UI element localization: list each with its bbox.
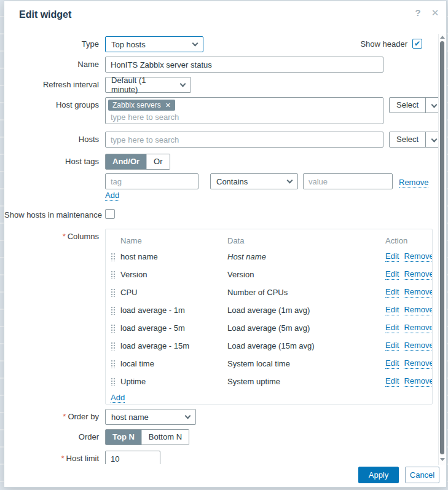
column-header-name: Name bbox=[120, 236, 227, 245]
required-asterisk: * bbox=[63, 412, 66, 421]
order-label: Order bbox=[4, 429, 99, 442]
remove-link[interactable]: Remove bbox=[404, 251, 433, 262]
dialog-title: Edit widget bbox=[19, 9, 71, 20]
host-tags-label: Host tags bbox=[4, 154, 99, 167]
order-by-select[interactable]: host name bbox=[105, 409, 196, 425]
dialog-footer: Apply Cancel bbox=[358, 467, 439, 483]
drag-handle-icon[interactable] bbox=[111, 306, 115, 315]
edit-link[interactable]: Edit bbox=[385, 376, 399, 387]
edit-link[interactable]: Edit bbox=[385, 251, 399, 262]
help-icon[interactable]: ? bbox=[412, 7, 424, 19]
name-row: Name bbox=[4, 57, 441, 73]
tag-add-link[interactable]: Add bbox=[105, 191, 119, 201]
name-label: Name bbox=[4, 57, 99, 69]
remove-link[interactable]: Remove bbox=[404, 269, 433, 280]
show-header-checkbox[interactable]: ✔ bbox=[412, 39, 422, 49]
remove-link[interactable]: Remove bbox=[404, 358, 433, 369]
scroll-up-icon[interactable] bbox=[440, 36, 445, 39]
columns-label: *Columns bbox=[4, 229, 99, 242]
order-by-label: *Order by bbox=[4, 409, 99, 422]
cancel-button[interactable]: Cancel bbox=[405, 467, 439, 483]
remove-link[interactable]: Remove bbox=[404, 323, 433, 333]
order-topn-option[interactable]: Top N bbox=[106, 430, 141, 445]
columns-add-link[interactable]: Add bbox=[111, 393, 125, 403]
tag-remove-link[interactable]: Remove bbox=[399, 178, 428, 188]
host-limit-input[interactable] bbox=[105, 451, 160, 464]
refresh-interval-select[interactable]: Default (1 minute) bbox=[105, 77, 191, 93]
scrollbar-thumb[interactable] bbox=[440, 41, 444, 454]
remove-link[interactable]: Remove bbox=[404, 376, 433, 387]
edit-link[interactable]: Edit bbox=[385, 323, 399, 333]
name-input[interactable] bbox=[105, 57, 383, 73]
scroll-down-icon[interactable] bbox=[440, 458, 445, 461]
drag-handle-icon[interactable] bbox=[111, 288, 115, 297]
host-groups-select-button[interactable]: Select bbox=[389, 97, 441, 113]
tag-value-input[interactable] bbox=[303, 173, 393, 189]
apply-button[interactable]: Apply bbox=[358, 467, 399, 483]
order-by-row: *Order by host name bbox=[4, 409, 441, 425]
column-data-cell: Host name bbox=[227, 252, 385, 261]
required-asterisk: * bbox=[61, 454, 64, 463]
column-table-row: host name Host name Edit Remove bbox=[106, 248, 432, 266]
host-tags-operator-group: And/Or Or bbox=[105, 154, 170, 170]
remove-link[interactable]: Remove bbox=[404, 305, 433, 315]
drag-handle-icon[interactable] bbox=[111, 252, 115, 261]
remove-link[interactable]: Remove bbox=[404, 287, 433, 298]
order-toggle-group: Top N Bottom N bbox=[105, 429, 189, 445]
host-tags-row: Host tags And/Or Or bbox=[4, 154, 441, 170]
host-tags-andor-option[interactable]: And/Or bbox=[106, 154, 146, 169]
type-select-value: Top hosts bbox=[111, 40, 146, 49]
chevron-down-icon bbox=[192, 40, 198, 46]
hosts-select-button[interactable]: Select bbox=[389, 132, 441, 148]
column-data-cell: Load average (5m avg) bbox=[227, 323, 385, 333]
column-table-row: Uptime System uptime Edit Remove bbox=[106, 373, 432, 390]
columns-rows: host name Host name Edit Remove Version … bbox=[106, 248, 432, 390]
drag-handle-icon[interactable] bbox=[111, 323, 115, 333]
edit-widget-dialog: Edit widget ? ✕ Type Top hosts Show head… bbox=[4, 1, 447, 488]
order-bottomn-option[interactable]: Bottom N bbox=[141, 430, 189, 445]
maintenance-checkbox[interactable] bbox=[105, 209, 115, 219]
select-button-label: Select bbox=[390, 98, 425, 113]
widget-form: Type Top hosts Show header ✔ Name Refres… bbox=[4, 34, 441, 464]
edit-link[interactable]: Edit bbox=[385, 358, 399, 369]
hosts-row: Hosts Select bbox=[4, 132, 441, 148]
column-data-cell: Load average (15m avg) bbox=[227, 341, 385, 350]
drag-handle-icon[interactable] bbox=[111, 341, 115, 350]
type-select[interactable]: Top hosts bbox=[105, 36, 203, 52]
host-group-chip: Zabbix servers ✕ bbox=[108, 100, 175, 111]
column-data-cell: System uptime bbox=[227, 377, 385, 386]
drag-handle-icon[interactable] bbox=[111, 270, 115, 279]
remove-chip-icon[interactable]: ✕ bbox=[165, 101, 171, 109]
remove-link[interactable]: Remove bbox=[404, 341, 433, 351]
columns-table: Name Data Action host name Host name Edi… bbox=[105, 229, 433, 405]
type-row: Type Top hosts Show header ✔ bbox=[4, 36, 441, 52]
host-groups-search-input[interactable] bbox=[111, 113, 295, 122]
hosts-label: Hosts bbox=[4, 132, 99, 144]
hosts-search-input[interactable] bbox=[105, 132, 383, 148]
host-tags-or-option[interactable]: Or bbox=[146, 154, 169, 169]
edit-link[interactable]: Edit bbox=[385, 269, 399, 280]
column-data-cell: Number of CPUs bbox=[227, 288, 385, 297]
vertical-scrollbar[interactable] bbox=[438, 34, 445, 465]
column-table-row: load average - 15m Load average (15m avg… bbox=[106, 337, 432, 355]
host-limit-label: *Host limit bbox=[4, 451, 99, 464]
host-groups-multiselect[interactable]: Zabbix servers ✕ bbox=[105, 97, 383, 124]
drag-handle-icon[interactable] bbox=[111, 359, 115, 368]
edit-link[interactable]: Edit bbox=[385, 341, 399, 351]
tag-name-input[interactable] bbox=[105, 173, 198, 189]
column-data-cell: Load average (1m avg) bbox=[227, 306, 385, 315]
edit-link[interactable]: Edit bbox=[385, 287, 399, 298]
refresh-interval-value: Default (1 minute) bbox=[111, 76, 175, 94]
close-icon[interactable]: ✕ bbox=[429, 7, 441, 19]
drag-handle-icon[interactable] bbox=[111, 377, 115, 386]
maintenance-row: Show hosts in maintenance bbox=[4, 209, 441, 220]
column-name-cell: Uptime bbox=[120, 377, 227, 386]
tag-add-row: Add bbox=[4, 191, 441, 202]
chevron-down-icon bbox=[180, 81, 186, 87]
tag-operator-value: Contains bbox=[216, 177, 248, 186]
chevron-down-icon bbox=[431, 101, 437, 108]
tag-operator-select[interactable]: Contains bbox=[210, 173, 298, 189]
tag-filter-row: Contains Remove bbox=[4, 173, 441, 189]
column-name-cell: Version bbox=[120, 270, 227, 279]
edit-link[interactable]: Edit bbox=[385, 305, 399, 315]
